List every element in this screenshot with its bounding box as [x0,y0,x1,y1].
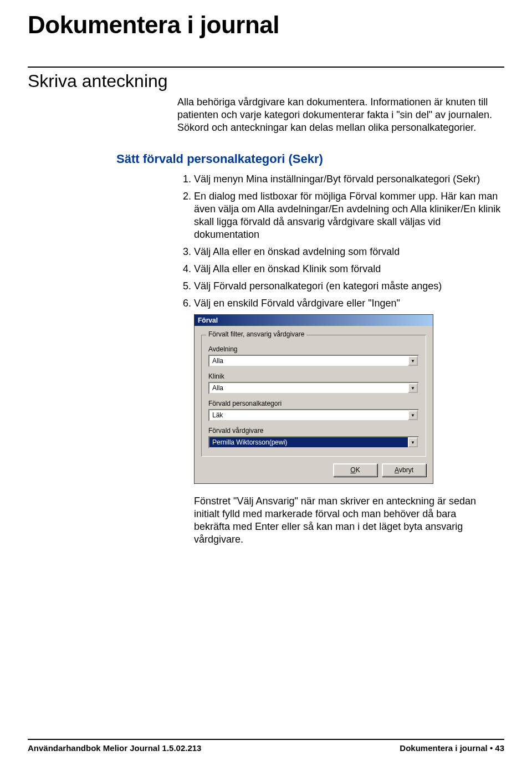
footer-divider [28,739,504,740]
klinik-value: Alla [209,384,408,392]
avdelning-label: Avdelning [208,345,419,353]
step-2-text-a: En dialog med listboxar för möjliga Förv… [194,191,438,202]
filter-fieldset: Förvalt filter, ansvarig vårdgivare Avde… [201,335,426,457]
kategori-combo[interactable]: Läk ▼ [208,409,419,421]
ok-underline: O [350,466,355,474]
cancel-button[interactable]: Avbryt [382,463,426,477]
chevron-down-icon[interactable]: ▼ [408,437,418,447]
step-2: En dialog med listboxar för möjliga Förv… [194,190,504,241]
chevron-down-icon[interactable]: ▼ [408,356,418,366]
kategori-value: Läk [209,411,408,419]
chevron-down-icon[interactable]: ▼ [408,410,418,420]
page-title: Dokumentera i journal [28,11,504,39]
dialog-titlebar: Förval [195,315,433,326]
step-4: Välj Alla eller en önskad Klinik som för… [194,263,504,275]
section-divider [28,67,504,68]
avdelning-value: Alla [209,357,408,365]
avdelning-combo[interactable]: Alla ▼ [208,355,419,367]
footer-page-number: 43 [495,743,504,753]
step-1: Välj menyn Mina inställningar/Byt förval… [194,173,504,186]
page-footer: Användarhandbok Melior Journal 1.5.02.21… [28,739,504,753]
cancel-underline: A [395,466,399,474]
footer-bullet: • [490,743,493,753]
klinik-combo[interactable]: Alla ▼ [208,382,419,394]
vardgivare-combo[interactable]: Pernilla Wiktorsson(pewi) ▼ [208,436,419,448]
footer-left: Användarhandbok Melior Journal 1.5.02.21… [28,743,201,753]
closing-paragraph: Fönstret "Välj Ansvarig" när man skriver… [194,495,482,546]
step-6: Välj en enskild Förvald vårdgivare eller… [194,297,504,310]
chevron-down-icon[interactable]: ▼ [408,383,418,393]
sub-heading: Sätt förvald personalkategori (Sekr) [116,152,504,166]
fieldset-legend: Förvalt filter, ansvarig vårdgivare [206,330,306,338]
ok-rest: K [356,466,360,474]
steps-list: Välj menyn Mina inställningar/Byt förval… [177,173,504,310]
cancel-rest: vbryt [399,466,413,474]
forval-dialog: Förval Förvalt filter, ansvarig vårdgiva… [194,314,433,484]
section-heading: Skriva anteckning [28,71,504,91]
klinik-label: Klinik [208,372,419,380]
footer-right: Dokumentera i journal • 43 [400,743,504,753]
footer-right-label: Dokumentera i journal [400,743,487,753]
intro-paragraph: Alla behöriga vårdgivare kan dokumentera… [177,96,504,134]
vardgivare-label: Förvald vårdgivare [208,427,419,435]
step-3: Välj Alla eller en önskad avdelning som … [194,246,504,258]
ok-button[interactable]: OK [333,463,377,477]
kategori-label: Förvald personalkategori [208,400,419,407]
vardgivare-value: Pernilla Wiktorsson(pewi) [209,437,408,447]
step-5: Välj Förvald personalkategori (en katego… [194,280,504,293]
